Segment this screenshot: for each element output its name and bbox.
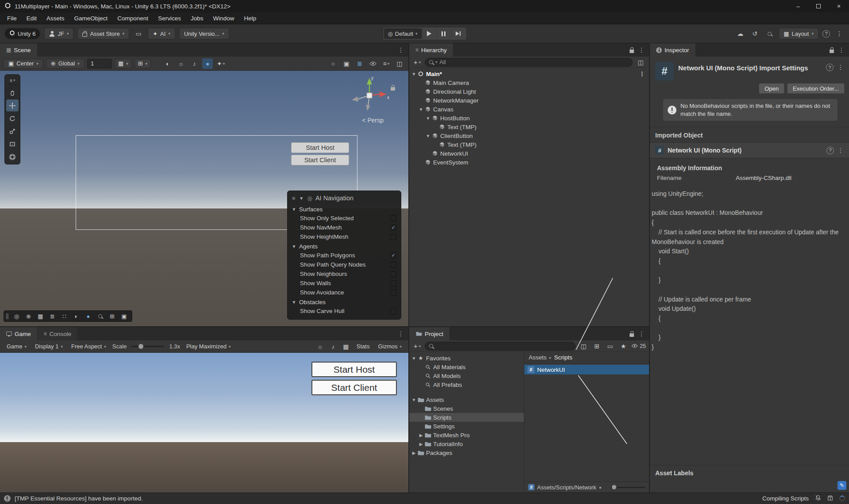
tool-orientation-dropdown[interactable]: ⊕ Global ▾ — [46, 59, 85, 69]
checkbox[interactable] — [390, 308, 396, 314]
menu-item-file[interactable]: File — [3, 14, 21, 23]
tool-pivot-dropdown[interactable]: ▣ Center ▾ — [4, 59, 43, 69]
hierarchy-item[interactable]: ▼ClientButton — [409, 131, 649, 140]
hierarchy-search[interactable]: ▾ All — [425, 58, 633, 67]
foldout-icon[interactable]: ▼ — [418, 107, 424, 112]
checkbox[interactable] — [390, 234, 396, 240]
overlay-menu[interactable]: ≡▾ — [6, 76, 19, 85]
execution-order-button[interactable]: Execution Order... — [787, 83, 845, 94]
project-tree-item[interactable]: Scripts — [409, 413, 524, 422]
package-visibility-icon[interactable]: ⊞ — [592, 341, 602, 351]
layout-dropdown[interactable]: ▦ Layout ▾ — [779, 28, 818, 39]
history-icon[interactable]: ↺ — [749, 28, 760, 39]
scene-host-button[interactable]: Start Host — [291, 142, 349, 153]
tab-project[interactable]: Project — [409, 327, 450, 340]
menu-item-edit[interactable]: Edit — [22, 14, 41, 23]
ai-nav-option[interactable]: Show Path Polygons✓ — [288, 251, 401, 260]
hierarchy-item[interactable]: ▼Canvas — [409, 105, 649, 114]
hierarchy-item[interactable]: NetworkManager — [409, 96, 649, 105]
hierarchy-panel-menu-icon[interactable]: ⋮ — [638, 46, 645, 53]
game-viewport[interactable]: Start Host Start Client — [0, 353, 408, 493]
asset-store-dropdown[interactable]: Asset Store ▾ — [77, 28, 129, 39]
ai-dropdown[interactable]: ✦ AI ▾ — [148, 28, 175, 39]
toolbar-more-icon[interactable]: ⋮ — [834, 28, 845, 39]
play-mode-dropdown[interactable]: ◎ Default ▾ — [384, 28, 421, 39]
lighting-toggle[interactable]: ☼ — [176, 58, 186, 69]
ai-nav-option[interactable]: Show Path Query Nodes — [288, 260, 401, 269]
help-icon[interactable]: ? — [826, 147, 834, 154]
menu-item-window[interactable]: Window — [208, 14, 238, 23]
checkbox[interactable] — [390, 280, 396, 286]
project-tree-item[interactable]: ▶Packages — [409, 448, 524, 457]
orientation-gizmo[interactable]: y x — [348, 73, 392, 118]
step-button[interactable] — [451, 28, 465, 39]
breadcrumb-current[interactable]: Scripts — [554, 354, 572, 361]
package-manager-icon[interactable] — [827, 495, 833, 502]
asset-label-button[interactable]: ✎ — [837, 481, 846, 490]
object-menu-icon[interactable]: ⋮ — [837, 147, 844, 154]
project-tree-item[interactable]: All Prefabs — [409, 380, 524, 389]
notifications-muted-icon[interactable] — [815, 495, 821, 502]
foldout-icon[interactable]: ▶ — [411, 451, 417, 455]
checkbox[interactable] — [390, 215, 396, 221]
thumbnail-zoom-slider[interactable] — [611, 487, 645, 488]
project-tree-item[interactable]: Scenes — [409, 404, 524, 413]
scene-visibility-toggle[interactable]: ○ — [328, 58, 338, 69]
foldout-icon[interactable]: ▶ — [418, 433, 424, 438]
ai-navigation-header[interactable]: ≡ ▼ ◎ AI Navigation — [288, 191, 401, 204]
menu-item-assets[interactable]: Assets — [42, 14, 69, 23]
slider-knob[interactable] — [138, 344, 143, 349]
tab-game[interactable]: Game — [0, 327, 38, 340]
gizmos-dropdown[interactable]: Gizmos▾ — [375, 342, 405, 351]
camera-overlay-icon[interactable]: ▣ — [119, 312, 130, 321]
foldout-icon[interactable]: ▼ — [411, 356, 417, 361]
hierarchy-item[interactable]: ▼Main*⋮ — [409, 69, 649, 78]
label-icon[interactable]: ▭ — [605, 341, 615, 351]
hierarchy-item[interactable]: ▼HostButton — [409, 114, 649, 122]
ai-nav-option[interactable]: Show HeightMesh — [288, 232, 401, 241]
scene-viewport[interactable]: Start Host Start Client ≡▾ — [0, 71, 408, 326]
search-icon[interactable] — [764, 28, 775, 39]
ai-nav-option[interactable]: Show Walls — [288, 279, 401, 288]
project-panel-menu-icon[interactable]: ⋮ — [638, 330, 645, 337]
view-tool-button[interactable] — [6, 87, 19, 99]
search-overlay-icon[interactable] — [95, 312, 106, 321]
ai-nav-option[interactable]: Show Only Selected — [288, 214, 401, 223]
game-host-button[interactable]: Start Host — [311, 362, 397, 377]
scene-panel-menu-icon[interactable]: ⋮ — [398, 46, 404, 53]
foldout-icon[interactable]: ▼ — [425, 116, 431, 121]
status-info-icon[interactable] — [4, 495, 11, 502]
hierarchy-item[interactable]: Main Camera — [409, 78, 649, 87]
game-panel-menu-icon[interactable]: ⋮ — [398, 330, 404, 337]
slider-knob[interactable] — [612, 485, 616, 489]
grid-visual-dropdown[interactable]: ▦ ▾ — [115, 59, 132, 69]
status-message[interactable]: [TMP Essential Resources] have been impo… — [15, 495, 142, 502]
tab-console[interactable]: ≡ Console — [38, 327, 78, 340]
menu-item-help[interactable]: Help — [239, 14, 261, 23]
checkbox[interactable]: ✓ — [390, 252, 396, 259]
orbit-icon[interactable]: ◎ — [11, 312, 22, 321]
header-menu-icon[interactable]: ⋮ — [837, 64, 844, 71]
ai-nav-option[interactable]: Show Neighbours — [288, 269, 401, 279]
foldout-icon[interactable]: ▼ — [411, 72, 417, 76]
project-tree-item[interactable]: ▼Assets — [409, 395, 524, 404]
foldout-icon[interactable]: ▼ — [291, 207, 297, 212]
ai-nav-option[interactable]: Show NavMesh✓ — [288, 223, 401, 232]
snap-overlay-icon[interactable]: ⊞ — [107, 312, 118, 321]
project-search[interactable] — [425, 342, 576, 351]
hierarchy-item[interactable]: Text (TMP) — [409, 140, 649, 149]
menu-item-services[interactable]: Services — [154, 14, 185, 23]
checkbox[interactable] — [390, 262, 396, 268]
metrics-icon[interactable]: ▦ — [341, 341, 351, 352]
display-target-dropdown[interactable]: Game▾ — [4, 342, 30, 351]
rect-tool-button[interactable] — [6, 138, 19, 150]
tab-scene[interactable]: ▦ Scene — [0, 43, 38, 57]
effects-dropdown[interactable]: ✦▾ — [215, 58, 226, 69]
version-control-dropdown[interactable]: Unity Versio... ▾ — [179, 28, 229, 39]
split-view-button[interactable]: ◫ — [394, 58, 405, 69]
grid-overlay-icon[interactable]: ▦ — [35, 312, 46, 321]
open-search-icon[interactable]: ◫ — [578, 341, 589, 351]
project-tree-item[interactable]: ▶TutorialInfo — [409, 439, 524, 448]
foldout-icon[interactable]: ▼ — [299, 196, 304, 201]
scale-slider[interactable] — [131, 346, 164, 347]
